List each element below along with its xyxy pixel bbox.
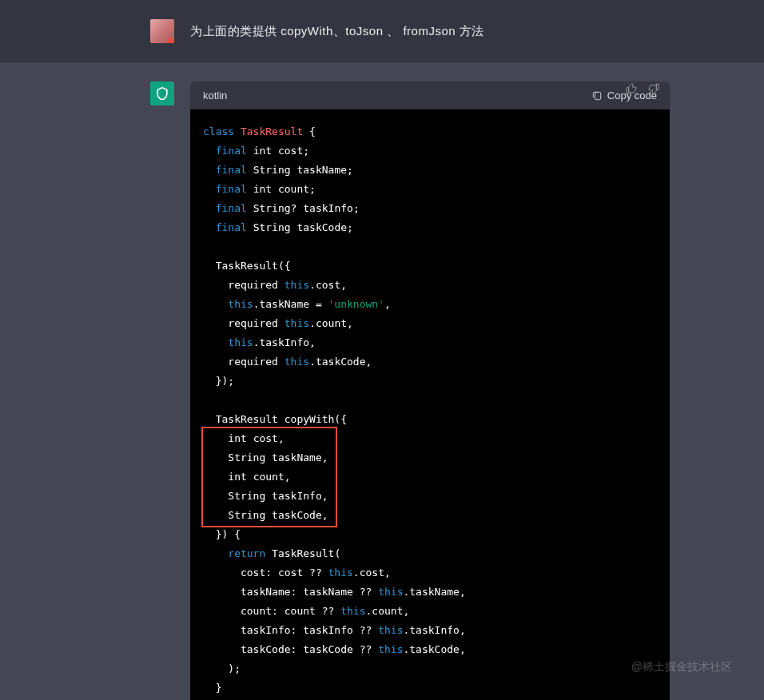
code-block: kotlin Copy code class TaskResult { fina… [190, 82, 670, 700]
assistant-message-row: kotlin Copy code class TaskResult { fina… [54, 62, 710, 700]
code-content[interactable]: class TaskResult { final int cost; final… [190, 109, 670, 700]
openai-logo-icon [154, 86, 170, 101]
user-message-row: 为上面的类提供 copyWith、toJson 、 fromJson 方法 [54, 0, 710, 62]
assistant-avatar [150, 82, 174, 105]
clipboard-icon [591, 90, 603, 101]
code-language-label: kotlin [203, 89, 227, 101]
code-header: kotlin Copy code [190, 82, 670, 109]
feedback-buttons [623, 82, 662, 97]
user-avatar [150, 19, 174, 43]
user-message-text: 为上面的类提供 copyWith、toJson 、 fromJson 方法 [190, 24, 484, 39]
thumbs-down-button[interactable] [646, 82, 662, 97]
thumbs-down-icon [647, 82, 660, 95]
thumbs-up-icon [625, 82, 638, 95]
thumbs-up-button[interactable] [623, 82, 639, 97]
svg-rect-0 [595, 92, 601, 99]
